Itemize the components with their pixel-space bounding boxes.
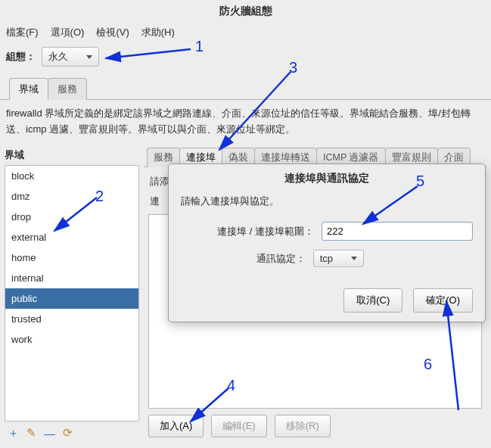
main-tabs: 界域 服務 bbox=[0, 77, 491, 99]
zone-item-public[interactable]: public bbox=[5, 288, 138, 309]
cancel-button[interactable]: 取消(C) bbox=[343, 288, 402, 313]
proto-combo[interactable]: tcp bbox=[313, 250, 364, 267]
dialog-hint: 請輸入連接埠與協定。 bbox=[181, 194, 473, 217]
tab-zones[interactable]: 界域 bbox=[9, 78, 48, 100]
zone-item-trusted[interactable]: trusted bbox=[5, 309, 138, 329]
edit-port-button[interactable]: 編輯(E) bbox=[211, 415, 266, 437]
zone-item-home[interactable]: home bbox=[5, 247, 138, 268]
port-input[interactable] bbox=[322, 222, 473, 241]
dialog-title: 連接埠與通訊協定 bbox=[169, 164, 485, 191]
zone-item-work[interactable]: work bbox=[5, 329, 138, 350]
config-value: 永久 bbox=[48, 50, 68, 64]
zone-toolbar: ＋ ✎ — ⟳ bbox=[5, 422, 139, 442]
config-combo[interactable]: 永久 bbox=[42, 47, 99, 67]
chevron-down-icon bbox=[351, 257, 357, 260]
zone-list[interactable]: blockdmzdropexternalhomeinternalpublictr… bbox=[5, 165, 139, 422]
menu-view[interactable]: 檢視(V) bbox=[96, 26, 129, 39]
menu-options[interactable]: 選項(O) bbox=[51, 26, 85, 39]
ports-buttons: 加入(A) 編輯(E) 移除(R) bbox=[148, 412, 482, 437]
ok-button[interactable]: 確定(O) bbox=[413, 288, 473, 313]
edit-zone-icon[interactable]: ✎ bbox=[26, 426, 36, 440]
zones-label: 界域 bbox=[5, 147, 139, 165]
add-zone-icon[interactable]: ＋ bbox=[8, 426, 19, 440]
remove-zone-icon[interactable]: — bbox=[44, 427, 55, 440]
menu-file[interactable]: 檔案(F) bbox=[6, 26, 39, 39]
proto-label: 通訊協定： bbox=[256, 252, 306, 266]
zone-item-drop[interactable]: drop bbox=[5, 207, 138, 227]
config-row: 組態： 永久 bbox=[0, 47, 491, 77]
chevron-down-icon bbox=[86, 55, 92, 59]
menu-help[interactable]: 求助(H) bbox=[141, 26, 175, 39]
reload-zone-icon[interactable]: ⟳ bbox=[63, 426, 73, 440]
window-title: 防火牆組態 bbox=[0, 0, 491, 23]
zone-description: firewalld 界域所定義的是綁定該界域之網路連線、介面、來源位址的信任等級… bbox=[5, 106, 486, 147]
zone-item-internal[interactable]: internal bbox=[5, 268, 138, 288]
add-port-button[interactable]: 加入(A) bbox=[148, 415, 204, 437]
zone-item-dmz[interactable]: dmz bbox=[5, 186, 138, 207]
tab-services[interactable]: 服務 bbox=[48, 78, 87, 100]
port-dialog: 連接埠與通訊協定 請輸入連接埠與協定。 連接埠 / 連接埠範圍： 通訊協定： t… bbox=[168, 163, 486, 322]
config-label: 組態： bbox=[6, 50, 36, 64]
port-label: 連接埠 / 連接埠範圍： bbox=[217, 225, 314, 238]
remove-port-button[interactable]: 移除(R) bbox=[275, 415, 331, 437]
zone-item-external[interactable]: external bbox=[5, 227, 138, 247]
proto-value: tcp bbox=[320, 253, 333, 264]
zone-item-block[interactable]: block bbox=[5, 166, 138, 186]
menubar: 檔案(F) 選項(O) 檢視(V) 求助(H) bbox=[0, 23, 491, 47]
